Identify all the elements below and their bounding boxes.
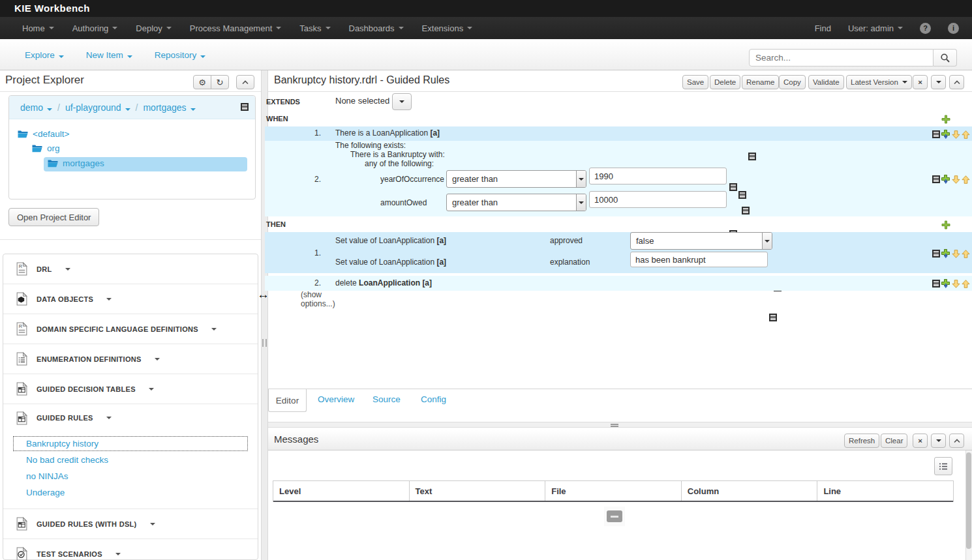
extends-dropdown-button[interactable]	[392, 93, 412, 110]
column-header-text[interactable]: Text	[409, 481, 545, 501]
info-icon[interactable]: i	[948, 23, 959, 34]
column-header-file[interactable]: File	[545, 481, 681, 501]
search-button[interactable]	[934, 49, 957, 66]
remove-group-icon[interactable]	[742, 207, 750, 214]
collapse-row-icon[interactable]	[932, 280, 940, 287]
section-drl[interactable]: R DRL	[3, 254, 258, 284]
column-header-line[interactable]: Line	[817, 481, 953, 501]
help-icon[interactable]: ?	[920, 23, 931, 34]
add-condition-value-icon[interactable]	[738, 191, 746, 199]
collapse-panel-button[interactable]	[236, 75, 254, 89]
editor-title: Bankruptcy history.rdrl - Guided Rules	[274, 74, 449, 86]
move-up-icon[interactable]	[962, 130, 970, 139]
section-dsl-definitions[interactable]: R DOMAIN SPECIFIC LANGUAGE DEFINITIONS	[3, 314, 258, 344]
rule-item-underage[interactable]: Underage	[14, 486, 247, 499]
move-down-icon[interactable]	[952, 250, 960, 258]
add-condition-after-icon[interactable]	[941, 175, 950, 184]
when-pattern-text[interactable]: There is a LoanApplication [a]	[335, 128, 440, 138]
nav-home[interactable]: Home	[13, 23, 63, 33]
collapse-editor-button[interactable]	[949, 75, 964, 89]
add-when-condition-icon[interactable]	[941, 115, 950, 124]
tab-editor[interactable]: Editor	[268, 389, 307, 412]
collapse-row-icon[interactable]	[932, 175, 940, 183]
search-input[interactable]	[749, 49, 934, 66]
add-condition-after-icon[interactable]	[941, 130, 950, 139]
menu-new-item[interactable]: New Item	[86, 50, 132, 60]
refresh-button[interactable]: ↻	[211, 75, 229, 89]
nav-deploy[interactable]: Deploy	[127, 23, 180, 33]
value-input-yearOfOccurrence[interactable]	[589, 168, 727, 184]
horizontal-splitter[interactable]	[268, 422, 972, 428]
minimize-editor-button[interactable]	[931, 75, 946, 89]
refresh-messages-button[interactable]: Refresh	[844, 434, 879, 448]
nav-find[interactable]: Find	[815, 23, 831, 33]
column-header-column[interactable]: Column	[681, 481, 817, 501]
operator-select-yearOfOccurrence[interactable]: greater than	[446, 170, 586, 188]
gear-button[interactable]: ⚙	[193, 75, 211, 89]
section-guided-decision-tables[interactable]: GUIDED DECISION TABLES	[3, 374, 258, 404]
move-up-icon[interactable]	[962, 280, 970, 288]
remove-action-icon[interactable]	[769, 314, 777, 321]
add-action-after-icon[interactable]	[941, 279, 950, 288]
close-editor-button[interactable]: ×	[913, 75, 928, 89]
latest-version-button[interactable]: Latest Version	[846, 75, 912, 89]
scrollbar-thumb[interactable]	[966, 452, 971, 549]
message-list-options-button[interactable]	[934, 457, 952, 475]
nav-tasks[interactable]: Tasks	[290, 23, 339, 33]
enumeration-file-icon	[16, 352, 27, 366]
collapse-messages-button[interactable]	[949, 434, 964, 448]
rename-button[interactable]: Rename	[742, 75, 779, 89]
minimize-messages-button[interactable]	[931, 434, 946, 448]
collapse-row-icon[interactable]	[932, 250, 940, 258]
close-messages-button[interactable]: ×	[913, 434, 928, 448]
validate-button[interactable]: Validate	[808, 75, 844, 89]
explanation-input[interactable]	[630, 252, 768, 267]
tree-item-mortgages[interactable]: mortgages	[48, 158, 104, 168]
rule-item-no-bad-credit-checks[interactable]: No bad credit checks	[14, 453, 247, 467]
column-header-level[interactable]: Level	[273, 481, 409, 501]
tab-config[interactable]: Config	[421, 394, 446, 404]
section-enumeration-definitions[interactable]: ENUMERATION DEFINITIONS	[3, 344, 258, 374]
add-action-after-icon[interactable]	[941, 249, 950, 258]
move-down-icon[interactable]	[952, 175, 960, 184]
section-data-objects[interactable]: DATA OBJECTS	[3, 284, 258, 314]
collapse-tree-icon[interactable]	[241, 103, 249, 111]
tab-source[interactable]: Source	[372, 394, 401, 404]
breadcrumb-repo[interactable]: demo	[20, 102, 52, 113]
section-guided-rules[interactable]: GUIDED RULES	[3, 404, 258, 432]
user-menu[interactable]: User: admin	[848, 23, 903, 33]
move-down-icon[interactable]	[952, 130, 960, 139]
remove-exists-icon[interactable]	[748, 153, 756, 160]
tree-item-default[interactable]: <default>	[18, 129, 69, 139]
tree-item-org[interactable]: org	[32, 143, 60, 153]
approved-select[interactable]: false	[630, 232, 772, 250]
nav-extensions[interactable]: Extensions	[413, 23, 482, 33]
nav-dashboards[interactable]: Dashboards	[340, 23, 413, 33]
breadcrumb-project[interactable]: uf-playground	[65, 102, 130, 113]
delete-button[interactable]: Delete	[710, 75, 740, 89]
clear-messages-button[interactable]: Clear	[881, 434, 907, 448]
nav-process-management[interactable]: Process Management	[181, 23, 290, 33]
open-project-editor-button[interactable]: Open Project Editor	[8, 208, 99, 226]
section-test-scenarios[interactable]: TEST SCENARIOS	[3, 539, 258, 560]
value-input-amountOwed[interactable]	[589, 191, 727, 208]
section-guided-rules-with-dsl[interactable]: GUIDED RULES (WITH DSL)	[3, 509, 258, 539]
collapse-row-icon[interactable]	[932, 130, 940, 138]
show-options-link[interactable]: (show options...)	[301, 290, 339, 308]
add-then-action-icon[interactable]	[941, 220, 950, 229]
move-down-icon[interactable]	[952, 280, 960, 288]
remove-condition-icon[interactable]	[729, 183, 737, 191]
pager-widget[interactable]	[604, 507, 625, 526]
tab-overview[interactable]: Overview	[318, 394, 354, 404]
save-button[interactable]: Save	[682, 75, 708, 89]
operator-select-amountOwed[interactable]: greater than	[446, 194, 586, 211]
menu-explore[interactable]: Explore	[25, 50, 64, 60]
nav-authoring[interactable]: Authoring	[63, 23, 127, 33]
move-up-icon[interactable]	[962, 175, 970, 184]
rule-item-no-ninjas[interactable]: no NINJAs	[14, 469, 247, 483]
move-up-icon[interactable]	[962, 250, 970, 258]
rule-item-bankruptcy-history[interactable]: Bankruptcy history	[14, 437, 247, 450]
menu-repository[interactable]: Repository	[155, 50, 206, 60]
copy-button[interactable]: Copy	[779, 75, 806, 89]
breadcrumb-package[interactable]: mortgages	[143, 102, 195, 113]
